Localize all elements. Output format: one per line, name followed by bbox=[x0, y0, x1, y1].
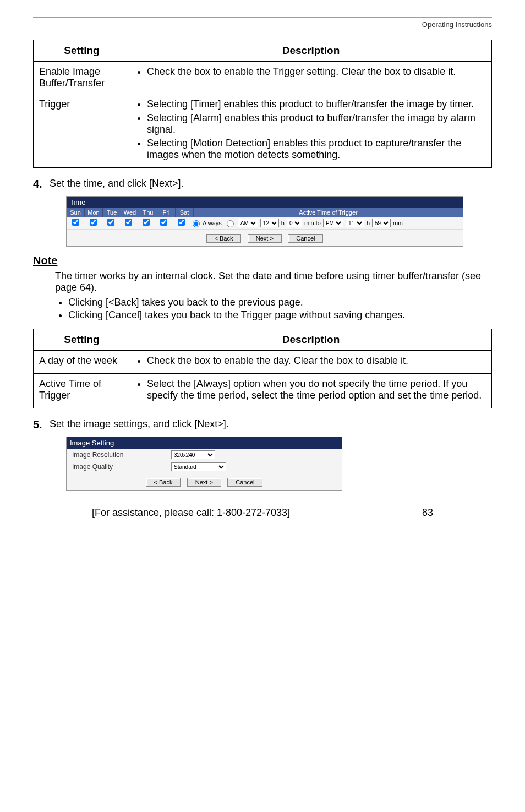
image-resolution-select[interactable]: 320x240 bbox=[171, 450, 215, 459]
t2-r1-b0: Select the [Always] option when you do n… bbox=[147, 378, 486, 401]
time-next-button[interactable]: Next > bbox=[248, 234, 282, 243]
active-time-head: Active Time of Trigger bbox=[194, 208, 463, 217]
m1-select[interactable]: 0 bbox=[287, 219, 302, 227]
header-label: Operating Instructions bbox=[33, 20, 492, 29]
h2-select[interactable]: 11 bbox=[346, 219, 364, 227]
table-row: Enable Image Buffer/Transfer Check the b… bbox=[34, 62, 492, 94]
t2-r0-b0: Check the box to enable the day. Clear t… bbox=[147, 355, 486, 367]
h1-select[interactable]: 12 bbox=[260, 219, 279, 227]
day-head-wed: Wed bbox=[121, 208, 139, 217]
h-label-2: h bbox=[367, 220, 370, 226]
chk-sat[interactable] bbox=[178, 219, 185, 226]
table-row: Active Time of Trigger Select the [Alway… bbox=[34, 374, 492, 408]
image-setting-title: Image Setting bbox=[67, 437, 342, 449]
day-head-sat: Sat bbox=[176, 208, 194, 217]
image-setting-panel: Image Setting Image Resolution 320x240 I… bbox=[66, 437, 342, 491]
t1-r0-b0: Check the box to enable the Trigger sett… bbox=[147, 66, 486, 78]
t2-head-description: Description bbox=[130, 329, 492, 351]
m2-select[interactable]: 59 bbox=[372, 219, 391, 227]
step-5-text: Set the image settings, and click [Next>… bbox=[50, 418, 492, 430]
step-5-num: 5. bbox=[33, 418, 50, 431]
t1-head-description: Description bbox=[130, 40, 492, 62]
footer-assist: [For assistance, please call: 1-800-272-… bbox=[92, 507, 290, 519]
t1-r1-setting: Trigger bbox=[34, 94, 130, 168]
step-4-num: 4. bbox=[33, 178, 50, 190]
settings-table-2: Setting Description A day of the week Ch… bbox=[33, 329, 492, 408]
step-4-text: Set the time, and click [Next>]. bbox=[50, 178, 492, 189]
table-row: Trigger Selecting [Timer] enables this p… bbox=[34, 94, 492, 168]
t1-r1-b2: Selecting [Motion Detection] enables thi… bbox=[147, 138, 486, 161]
h-label-1: h bbox=[281, 220, 285, 226]
day-head-thu: Thu bbox=[139, 208, 157, 217]
table-row: A day of the week Check the box to enabl… bbox=[34, 351, 492, 374]
settings-table-1: Setting Description Enable Image Buffer/… bbox=[33, 40, 492, 168]
radio-period[interactable] bbox=[227, 220, 234, 227]
t1-r0-setting: Enable Image Buffer/Transfer bbox=[34, 62, 130, 94]
footer-page: 83 bbox=[400, 507, 433, 519]
chk-wed[interactable] bbox=[125, 219, 132, 226]
img-next-button[interactable]: Next > bbox=[187, 478, 221, 487]
img-back-button[interactable]: < Back bbox=[146, 478, 181, 487]
note-heading: Note bbox=[33, 254, 492, 267]
note-b1: Clicking [Cancel] takes you back to the … bbox=[68, 309, 492, 321]
note-body: The timer works by an internal clock. Se… bbox=[55, 270, 492, 293]
t1-head-setting: Setting bbox=[34, 40, 130, 62]
t2-r0-setting: A day of the week bbox=[34, 351, 130, 374]
day-head-tue: Tue bbox=[103, 208, 121, 217]
ampm2-select[interactable]: PM bbox=[323, 219, 343, 227]
time-panel: Time Sun Mon Tue Wed Thu Fri Sat Active … bbox=[66, 196, 463, 247]
image-quality-label: Image Quality bbox=[72, 463, 171, 471]
chk-mon[interactable] bbox=[90, 219, 97, 226]
image-resolution-label: Image Resolution bbox=[72, 451, 171, 459]
t2-r1-setting: Active Time of Trigger bbox=[34, 374, 130, 408]
chk-tue[interactable] bbox=[107, 219, 114, 226]
t1-r1-b0: Selecting [Timer] enables this product t… bbox=[147, 99, 486, 110]
always-label: Always bbox=[203, 220, 222, 226]
minto-label: min to bbox=[304, 220, 321, 226]
note-b0: Clicking [<Back] takes you back to the p… bbox=[68, 297, 492, 308]
min-label: min bbox=[393, 220, 403, 226]
chk-fri[interactable] bbox=[160, 219, 167, 226]
img-cancel-button[interactable]: Cancel bbox=[227, 478, 262, 487]
chk-sun[interactable] bbox=[72, 219, 79, 226]
chk-thu[interactable] bbox=[143, 219, 150, 226]
time-back-button[interactable]: < Back bbox=[206, 234, 242, 243]
time-panel-title: Time bbox=[67, 197, 463, 208]
image-quality-select[interactable]: Standard bbox=[171, 462, 226, 471]
time-cancel-button[interactable]: Cancel bbox=[288, 234, 323, 243]
t2-head-setting: Setting bbox=[34, 329, 130, 351]
radio-always[interactable] bbox=[193, 220, 200, 227]
day-head-sun: Sun bbox=[67, 208, 85, 217]
ampm1-select[interactable]: AM bbox=[238, 219, 258, 227]
day-head-mon: Mon bbox=[85, 208, 103, 217]
t1-r1-b1: Selecting [Alarm] enables this product t… bbox=[147, 112, 486, 135]
day-head-fri: Fri bbox=[157, 208, 176, 217]
